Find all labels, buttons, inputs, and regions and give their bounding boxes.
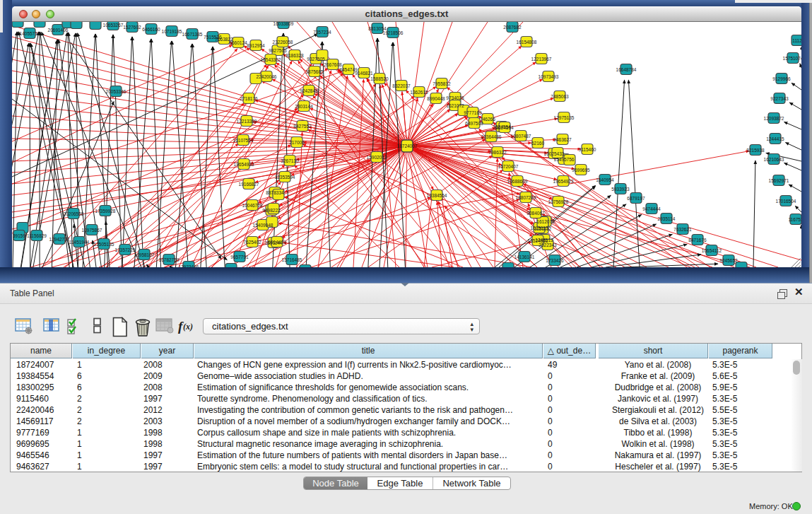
svg-text:116753: 116753	[788, 217, 801, 222]
svg-text:16671385: 16671385	[182, 32, 203, 37]
svg-text:9474444: 9474444	[642, 206, 661, 211]
svg-text:2522343: 2522343	[539, 243, 557, 247]
svg-text:9084067: 9084067	[526, 211, 545, 216]
svg-text:12213967: 12213967	[531, 57, 552, 62]
svg-text:2667608: 2667608	[324, 62, 342, 67]
svg-text:19654933: 19654933	[234, 162, 254, 167]
svg-text:8186328: 8186328	[286, 53, 304, 58]
svg-text:7986322: 7986322	[488, 150, 507, 155]
svg-text:7955812: 7955812	[433, 81, 451, 86]
svg-text:1588520: 1588520	[370, 76, 389, 81]
svg-text:16033809: 16033809	[273, 22, 294, 26]
svg-text:12942737: 12942737	[49, 237, 70, 242]
svg-text:12923446: 12923446	[179, 264, 199, 268]
svg-text:1640954: 1640954	[596, 177, 614, 182]
svg-text:8322037: 8322037	[392, 83, 411, 88]
svg-text:15716485: 15716485	[282, 257, 302, 262]
svg-text:7625402: 7625402	[243, 240, 261, 245]
svg-text:10719185: 10719185	[162, 29, 182, 34]
svg-text:3624554: 3624554	[495, 125, 514, 130]
svg-text:1527602: 1527602	[123, 25, 141, 30]
svg-text:19384554: 19384554	[427, 193, 447, 198]
svg-text:10958107: 10958107	[134, 252, 155, 257]
svg-text:10046708: 10046708	[242, 203, 263, 208]
svg-text:15409948: 15409948	[253, 223, 273, 228]
svg-text:19654923: 19654923	[553, 179, 574, 184]
svg-text:(x): (x)	[183, 322, 193, 332]
svg-text:1612076: 1612076	[536, 219, 555, 224]
svg-text:9498222: 9498222	[262, 208, 281, 213]
svg-text:9699695: 9699695	[572, 168, 590, 173]
svg-text:7632621: 7632621	[673, 227, 692, 232]
svg-text:9242848: 9242848	[300, 88, 318, 93]
svg-text:11156829: 11156829	[27, 233, 47, 238]
svg-text:6879197: 6879197	[627, 196, 645, 201]
svg-text:7357234: 7357234	[313, 30, 331, 35]
svg-text:8878334: 8878334	[266, 190, 284, 195]
svg-text:12505135: 12505135	[94, 242, 114, 247]
svg-text:18724007: 18724007	[397, 144, 418, 148]
svg-text:16648784: 16648784	[616, 67, 637, 72]
svg-text:10653267: 10653267	[103, 23, 124, 28]
svg-text:11451944: 11451944	[69, 240, 90, 245]
svg-text:2803144: 2803144	[295, 104, 313, 109]
svg-text:20206558: 20206558	[64, 211, 84, 216]
svg-text:6466160: 6466160	[142, 27, 160, 32]
svg-text:1621072: 1621072	[446, 103, 464, 108]
svg-text:20364486: 20364486	[481, 134, 502, 139]
svg-text:18807249: 18807249	[516, 195, 536, 200]
svg-text:14055712: 14055712	[20, 31, 40, 36]
svg-text:12213389: 12213389	[237, 119, 257, 124]
svg-text:9657791: 9657791	[230, 255, 249, 259]
svg-text:16154808: 16154808	[517, 40, 537, 45]
svg-text:10973493: 10973493	[539, 74, 559, 79]
svg-text:2718176: 2718176	[240, 96, 258, 101]
svg-text:62160: 62160	[531, 141, 544, 146]
svg-text:10975867: 10975867	[82, 228, 102, 233]
svg-text:9245652: 9245652	[719, 258, 738, 263]
svg-text:3875685: 3875685	[305, 69, 324, 74]
svg-text:1112: 1112	[792, 38, 801, 43]
svg-text:2935114: 2935114	[658, 216, 676, 221]
svg-text:9777169: 9777169	[464, 110, 482, 115]
svg-text:10756928: 10756928	[548, 199, 569, 204]
svg-text:15692971: 15692971	[769, 178, 789, 183]
svg-text:9129966: 9129966	[772, 76, 791, 81]
svg-text:23226058: 23226058	[273, 40, 293, 45]
svg-text:17016504: 17016504	[776, 199, 796, 204]
svg-text:9115460: 9115460	[579, 147, 596, 152]
svg-text:9463627: 9463627	[553, 137, 572, 142]
svg-text:217006: 217006	[289, 140, 305, 145]
svg-text:8215938: 8215938	[746, 148, 765, 153]
svg-text:10807487: 10807487	[511, 134, 531, 139]
svg-text:20691406: 20691406	[48, 28, 69, 33]
svg-text:16210643: 16210643	[764, 157, 784, 162]
svg-text:8912954: 8912954	[247, 43, 265, 48]
svg-text:17359928: 17359928	[95, 209, 116, 214]
svg-text:1244415: 1244415	[766, 136, 784, 141]
svg-text:12353594: 12353594	[275, 175, 295, 180]
svg-text:6914479: 6914479	[268, 240, 286, 245]
svg-text:7485063: 7485063	[551, 94, 569, 99]
svg-text:5933923: 5933923	[611, 187, 630, 192]
svg-text:9146821: 9146821	[355, 71, 373, 76]
svg-text:19166827: 19166827	[239, 182, 259, 187]
svg-text:8660124: 8660124	[229, 40, 247, 45]
svg-text:39159: 39159	[13, 233, 25, 238]
svg-text:15902013: 15902013	[367, 155, 387, 160]
svg-text:6497508: 6497508	[465, 121, 483, 126]
svg-text:16782759: 16782759	[159, 257, 180, 262]
svg-text:15495756: 15495756	[554, 157, 575, 162]
svg-text:1733426: 1733426	[546, 258, 564, 263]
svg-text:8427552: 8427552	[293, 124, 312, 129]
svg-text:16107554: 16107554	[233, 138, 254, 143]
svg-text:1615113: 1615113	[531, 226, 548, 230]
svg-text:20053346: 20053346	[106, 89, 126, 94]
svg-text:9827503: 9827503	[269, 48, 287, 53]
svg-text:16543302: 16543302	[261, 57, 281, 62]
svg-text:12975135: 12975135	[554, 115, 575, 120]
svg-text:1362615: 1362615	[410, 90, 428, 95]
svg-text:8471676: 8471676	[688, 238, 707, 243]
svg-text:9227343: 9227343	[770, 96, 789, 101]
svg-text:22420046: 22420046	[257, 74, 277, 79]
